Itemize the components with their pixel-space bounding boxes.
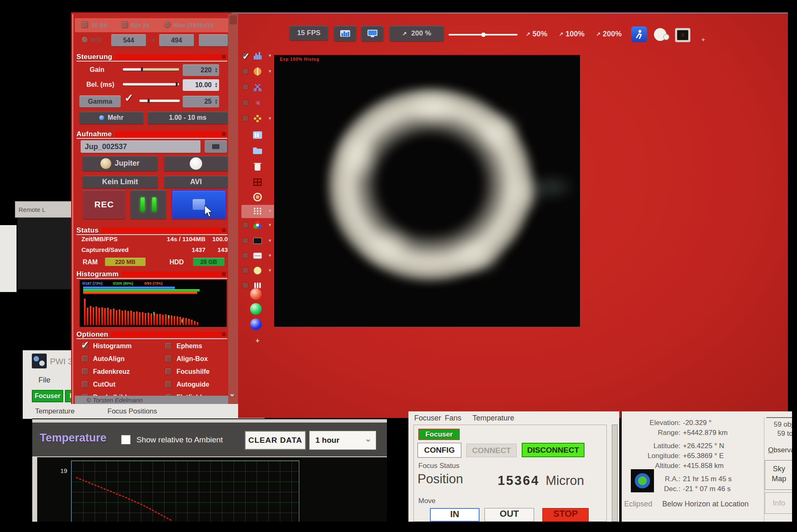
tool-checkbox-icon[interactable] — [242, 252, 248, 259]
filter-button[interactable] — [164, 156, 228, 171]
checkbox-16bit-icon[interactable] — [81, 21, 88, 28]
tool-checkbox-icon[interactable] — [242, 100, 248, 106]
tool-checkbox-icon[interactable] — [242, 84, 248, 90]
tool-blue-ball[interactable] — [241, 318, 278, 331]
gamma-check-icon[interactable]: ✓ — [124, 92, 134, 104]
tool-trash[interactable] — [241, 160, 278, 173]
move-in-button[interactable]: IN — [430, 508, 480, 522]
gain-spinner[interactable]: 220 — [183, 64, 219, 76]
spinner-arrows-icon[interactable] — [213, 97, 219, 107]
tool-checkbox-icon[interactable] — [242, 222, 248, 228]
tool-checkbox-icon[interactable] — [242, 282, 248, 288]
dropdown-arrow-icon[interactable]: ▼ — [268, 238, 272, 243]
roi-height-field[interactable]: 494 — [159, 34, 194, 46]
observatory-link[interactable]: Observa — [768, 446, 795, 454]
exposure-slider[interactable] — [123, 83, 179, 86]
checkbox-icon[interactable] — [165, 342, 172, 349]
zoom-200-link[interactable]: 200% — [596, 30, 622, 38]
tool-image-stack[interactable] — [241, 129, 278, 142]
tool-scissors[interactable] — [241, 81, 278, 94]
limit-button[interactable]: Kein Limit — [82, 176, 158, 188]
dropdown-arrow-icon[interactable]: ▼ — [268, 116, 272, 121]
histogram-view-button[interactable] — [334, 26, 356, 41]
radio-roi-icon[interactable] — [81, 36, 88, 43]
panel-scrollbar[interactable]: ⌄ — [228, 14, 238, 404]
planet-tool-button[interactable] — [653, 27, 670, 42]
dropdown-arrow-icon[interactable]: ▼ — [268, 69, 272, 74]
relative-ambient-checkbox[interactable] — [121, 435, 131, 444]
zoom-50-link[interactable]: 50% — [526, 30, 547, 38]
exposure-spinner[interactable]: 10.00 — [183, 79, 219, 91]
tool-checkbox-icon[interactable] — [242, 267, 248, 273]
scroll-up-icon[interactable] — [229, 15, 237, 24]
tool-dark-frame[interactable]: ▼ — [241, 235, 278, 248]
tool-red-ball[interactable] — [241, 288, 278, 301]
tab-temperature[interactable]: Temperature — [472, 414, 514, 423]
exposure-range-dropdown[interactable]: 1.00 - 10 ms — [148, 112, 228, 124]
spinner-arrows-icon[interactable] — [213, 65, 219, 75]
dark-frame-tool-button[interactable]: R — [675, 28, 690, 42]
add-toolbar-icon[interactable]: + — [702, 36, 705, 43]
checkbox-bin2x-icon[interactable] — [122, 21, 128, 28]
tab-focus-positions[interactable]: Focus Positions — [107, 407, 157, 416]
tool-light-frame[interactable]: ▼ — [241, 249, 278, 263]
dropdown-arrow-icon[interactable]: ▼ — [268, 223, 272, 227]
roi-extra-field[interactable] — [199, 34, 228, 46]
format-button[interactable]: AVI — [164, 176, 228, 188]
gamma-spinner[interactable]: 25 — [183, 96, 219, 107]
fullscreen-view-button[interactable] — [361, 26, 384, 41]
zoom-level-button[interactable]: 200 % — [389, 26, 444, 41]
stop-button[interactable] — [172, 190, 226, 219]
zoom-slider[interactable] — [449, 34, 518, 36]
tab-focuser[interactable]: Focuser — [414, 414, 441, 423]
dropdown-arrow-icon[interactable]: ▼ — [268, 53, 272, 58]
tab-temperature[interactable]: Temperature — [35, 407, 74, 416]
tool-green-ball[interactable] — [241, 303, 278, 316]
move-out-button[interactable]: OUT — [484, 508, 534, 522]
connect-button[interactable]: CONNECT — [466, 444, 517, 457]
menu-file[interactable]: File — [38, 376, 50, 385]
dropdown-arrow-icon[interactable]: ▼ — [268, 268, 272, 273]
tool-checkbox-icon[interactable] — [242, 238, 248, 244]
tool-yellow-circle[interactable]: ▼ — [241, 264, 278, 278]
pause-button[interactable] — [130, 190, 166, 219]
disconnect-button[interactable]: DISCONNECT — [522, 443, 585, 457]
scroll-down-icon[interactable]: ⌄ — [229, 389, 235, 398]
target-button[interactable]: Jupiter — [82, 156, 158, 171]
option-autoalign[interactable]: AutoAlign — [81, 352, 156, 365]
slider-handle[interactable] — [482, 33, 485, 37]
roi-width-field[interactable]: 544 — [111, 34, 146, 46]
spinner-arrows-icon[interactable] — [213, 80, 219, 90]
tool-folder[interactable] — [241, 145, 278, 158]
gamma-button[interactable]: Gamma — [79, 95, 121, 107]
checkbox-icon[interactable] — [165, 381, 172, 388]
checkbox-icon[interactable] — [81, 368, 88, 375]
tool-grid-view[interactable]: ▼ — [241, 205, 278, 218]
tool-checkbox-icon[interactable]: ✓ — [242, 52, 248, 59]
option-histogramm[interactable]: Histogramm — [81, 340, 156, 352]
tab-fans[interactable]: Fans — [445, 414, 461, 423]
gamma-slider[interactable] — [139, 100, 180, 102]
radio-max-icon[interactable] — [164, 21, 171, 28]
snapshot-button[interactable] — [205, 140, 227, 153]
checkbox-icon[interactable] — [165, 368, 172, 375]
focuser-scrollbar[interactable] — [612, 425, 618, 522]
dropdown-arrow-icon[interactable]: ▼ — [268, 253, 272, 258]
option-fadenkreuz[interactable]: Fadenkreuz — [81, 365, 156, 378]
sky-map-button[interactable]: Sky Map — [765, 460, 793, 490]
checkbox-icon[interactable] — [81, 342, 88, 349]
tool-color-wheel[interactable]: ▼ — [241, 219, 278, 232]
observer-tool-button[interactable] — [631, 26, 647, 42]
tool-add[interactable]: + — [241, 335, 278, 348]
tool-grid-red[interactable] — [241, 176, 278, 189]
move-stop-button[interactable]: STOP — [542, 508, 589, 522]
tool-jupiter-symbol[interactable]: ♃ — [241, 97, 278, 110]
option-cutout[interactable]: CutOut — [81, 378, 156, 391]
checkbox-icon[interactable] — [165, 355, 172, 362]
checkbox-icon[interactable] — [81, 381, 88, 388]
tool-checkbox-icon[interactable] — [242, 68, 248, 74]
tool-record[interactable] — [241, 191, 278, 204]
record-button[interactable]: REC — [83, 190, 126, 219]
mehr-button[interactable]: Mehr — [79, 112, 143, 124]
config-button[interactable]: CONFIG — [418, 443, 461, 458]
